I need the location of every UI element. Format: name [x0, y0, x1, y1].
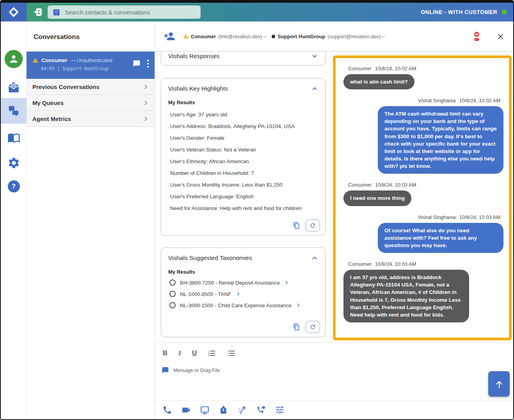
- chat-bubble-icon[interactable]: [133, 60, 141, 68]
- copy-icon[interactable]: [292, 221, 301, 230]
- participant-name: Support HuntGroup: [277, 34, 325, 39]
- chevron-right-icon[interactable]: [284, 280, 289, 285]
- message-bubble: I need one more thing: [343, 190, 411, 206]
- underline-button[interactable]: U: [192, 349, 197, 357]
- key-highlights-title: Vishals Key Highlights: [168, 85, 228, 92]
- message-author: Consumer: [348, 66, 372, 71]
- gear-icon: [7, 157, 20, 169]
- section-label: Agent Metrics: [32, 116, 71, 122]
- chat-transcript[interactable]: Consumer10/8/24, 10:02 AM what is atm ca…: [333, 55, 512, 340]
- participant-address: (support@revation.dev) –: [327, 34, 385, 39]
- participant-consumer[interactable]: Consumer (link@revation.dev) –: [183, 34, 266, 39]
- taxonomy-option[interactable]: NL-3000.1500 - Child Care Expense Assist…: [169, 302, 318, 308]
- chevron-up-icon[interactable]: [311, 254, 318, 262]
- app-logo[interactable]: [1, 3, 27, 21]
- format-toolbar: B I U: [155, 343, 513, 358]
- message-group: Vishal Singhania10/8/24, 10:02 AM The AT…: [343, 98, 503, 174]
- video-call-button[interactable]: [181, 405, 191, 415]
- app-window: ONLINE - WITH CUSTOMER ? Conversations: [0, 0, 514, 420]
- refresh-button[interactable]: [306, 219, 320, 231]
- message-time: 10/8/24, 10:03 AM: [459, 214, 500, 220]
- conversation-timer-queue: 04:05 | Support HuntGroup: [32, 66, 150, 71]
- chevron-down-icon[interactable]: [311, 53, 318, 60]
- radio-button[interactable]: [169, 302, 176, 308]
- message-time: 10/8/24, 10:02 AM: [375, 66, 416, 71]
- nav-directory[interactable]: [1, 131, 27, 144]
- radio-button[interactable]: [169, 279, 176, 286]
- chevron-right-icon: [142, 84, 149, 90]
- send-button[interactable]: [488, 371, 510, 397]
- conversation-auth-status: — Unauthenticated: [71, 58, 112, 63]
- taxonomy-option[interactable]: NL-1000.8500 - TANF: [169, 291, 318, 297]
- section-previous-conversations[interactable]: Previous Conversations: [27, 79, 155, 95]
- key-highlights-card: Vishals Key Highlights My Results User's…: [161, 78, 325, 236]
- search-box[interactable]: [48, 5, 201, 19]
- taxonomy-label: NL-3000.1500 - Child Care Expense Assist…: [180, 303, 292, 308]
- message-author: Consumer: [348, 261, 372, 267]
- nav-conversations-active[interactable]: [1, 98, 27, 124]
- composer-divider: [155, 400, 513, 400]
- chevron-right-icon: [142, 116, 149, 122]
- message-input[interactable]: Message or Drag File: [155, 358, 513, 374]
- taxonomy-label: NL-1000.8500 - TANF: [180, 291, 231, 297]
- top-bar: ONLINE - WITH CUSTOMER: [1, 3, 513, 21]
- highlight-item: Need for Assistance: Help with rent and …: [170, 203, 318, 214]
- message-group: Consumer10/8/24, 10:02 AM what is atm ca…: [343, 66, 503, 89]
- numbered-list-button[interactable]: [208, 349, 216, 358]
- taxonomy-label: BH-3800.7250 - Rental Deposit Assistance: [180, 280, 280, 286]
- nav-settings[interactable]: [1, 157, 27, 169]
- italic-button[interactable]: I: [178, 349, 181, 357]
- copy-icon[interactable]: [292, 323, 301, 331]
- highlight-item: User's Gender: Female: [170, 132, 318, 144]
- conversation-name: Consumer: [41, 57, 68, 63]
- taxonomy-option[interactable]: BH-3800.7250 - Rental Deposit Assistance: [169, 279, 318, 286]
- nav-profile[interactable]: [1, 50, 27, 68]
- bold-button[interactable]: B: [163, 349, 167, 357]
- sliders-icon: [275, 405, 285, 415]
- message-author: Vishal Singhania: [418, 214, 456, 220]
- audio-settings-button[interactable]: [275, 405, 285, 415]
- warning-icon: [183, 34, 189, 39]
- section-label: My Queues: [32, 100, 64, 106]
- message-bubble: Of course! What else do you need assista…: [378, 223, 503, 253]
- phone-forward-icon: [256, 405, 266, 415]
- agent-status[interactable]: ONLINE - WITH CUSTOMER: [421, 9, 507, 15]
- composer: B I U Message or Drag File: [155, 342, 513, 419]
- highlight-item: User's Age: 37 years old: [170, 109, 318, 121]
- close-icon[interactable]: [496, 32, 505, 41]
- nav-inbox[interactable]: [1, 81, 27, 94]
- participant-support[interactable]: Support HuntGroup (support@revation.dev)…: [266, 34, 385, 39]
- remove-participant-icon[interactable]: [472, 31, 482, 41]
- person-icon: [8, 53, 20, 65]
- conversations-panel: Conversations Consumer — Unauthenticated…: [27, 21, 155, 419]
- refresh-button[interactable]: [306, 321, 320, 333]
- search-input[interactable]: [65, 9, 196, 16]
- file-send-button[interactable]: [219, 405, 228, 415]
- radio-button[interactable]: [169, 291, 176, 297]
- chevron-up-icon[interactable]: [311, 85, 318, 92]
- section-agent-metrics[interactable]: Agent Metrics: [27, 111, 155, 127]
- section-my-queues[interactable]: My Queues: [27, 95, 155, 111]
- ai-escalate-button[interactable]: [237, 405, 247, 415]
- workspace: Vishals Responses Vishals Key Highlights…: [155, 52, 513, 342]
- kebab-menu-icon[interactable]: [147, 59, 149, 68]
- my-results-label: My Results: [161, 100, 325, 105]
- monitor-icon: [200, 405, 210, 415]
- help-glyph: ?: [12, 183, 16, 190]
- add-participant-button[interactable]: [164, 30, 175, 42]
- nav-rail: ?: [1, 21, 27, 419]
- call-actions-toolbar: [162, 405, 285, 415]
- chevron-right-icon[interactable]: [236, 292, 240, 296]
- call-transfer-button[interactable]: [256, 405, 266, 415]
- message-author: Consumer: [348, 182, 372, 188]
- bullet-list-button[interactable]: [227, 349, 236, 358]
- phone-call-button[interactable]: [162, 405, 172, 415]
- inbox-check-icon: [7, 81, 20, 94]
- nav-help[interactable]: ?: [1, 180, 27, 192]
- main-area: Consumer (link@revation.dev) – Support H…: [155, 21, 513, 419]
- screen-share-button[interactable]: [200, 405, 210, 415]
- refresh-icon: [309, 222, 316, 229]
- chevron-right-icon[interactable]: [296, 303, 301, 308]
- conversation-item-consumer[interactable]: Consumer — Unauthenticated 04:05 | Suppo…: [27, 52, 155, 79]
- add-contact-button[interactable]: [32, 7, 43, 17]
